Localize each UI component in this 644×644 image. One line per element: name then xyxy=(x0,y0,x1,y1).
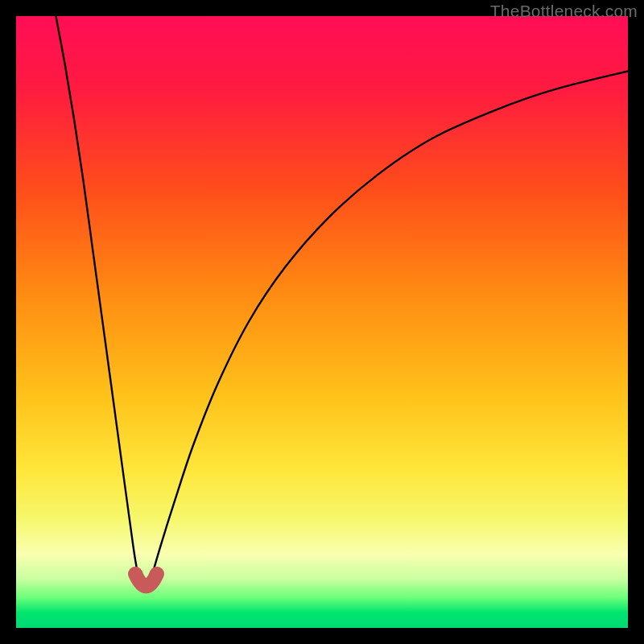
plot-area xyxy=(16,16,628,628)
watermark-text: TheBottleneck.com xyxy=(490,2,638,21)
plot-svg xyxy=(16,16,628,628)
gradient-background xyxy=(16,16,628,628)
outer-frame: TheBottleneck.com xyxy=(0,0,644,644)
